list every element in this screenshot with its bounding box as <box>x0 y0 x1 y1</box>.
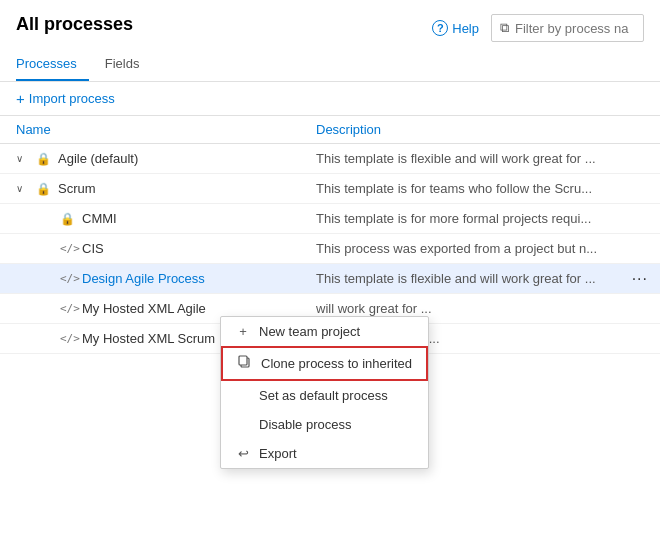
table-row: ∨ 🔒 Agile (default) This template is fle… <box>0 144 660 174</box>
table-row-design-agile[interactable]: </> Design Agile Process This template i… <box>0 264 660 294</box>
page-header: All processes ? Help ⧉ <box>0 0 660 42</box>
code-icon: </> <box>60 272 76 285</box>
page-title: All processes <box>16 14 133 35</box>
context-item-label: Clone process to inherited <box>261 356 412 371</box>
table-header: Name Description <box>0 116 660 144</box>
row-name: CMMI <box>82 211 117 226</box>
chevron-icon: ∨ <box>16 183 30 194</box>
tab-fields[interactable]: Fields <box>105 50 152 81</box>
help-link[interactable]: ? Help <box>432 20 479 36</box>
tabs-bar: Processes Fields <box>0 50 660 82</box>
row-name: Scrum <box>58 181 96 196</box>
row-name: Agile (default) <box>58 151 138 166</box>
row-left: ∨ 🔒 Agile (default) <box>16 151 316 166</box>
header-actions: ? Help ⧉ <box>432 14 644 42</box>
filter-icon: ⧉ <box>500 20 509 36</box>
svg-rect-1 <box>239 356 247 365</box>
import-process-button[interactable]: + Import process <box>16 90 115 107</box>
code-icon: </> <box>60 242 76 255</box>
lock-icon: 🔒 <box>36 182 52 196</box>
context-menu-item-clone-process[interactable]: Clone process to inherited <box>221 346 428 381</box>
row-description: This template is for teams who follow th… <box>316 181 644 196</box>
row-name: My Hosted XML Scrum <box>82 331 215 346</box>
plus-icon: + <box>235 324 251 339</box>
row-name: My Hosted XML Agile <box>82 301 206 316</box>
row-description: will work great for ... <box>316 301 644 316</box>
row-left: </> Design Agile Process <box>16 271 316 286</box>
context-menu-item-set-default[interactable]: Set as default process <box>221 381 428 410</box>
chevron-icon: ∨ <box>16 153 30 164</box>
context-item-label: Export <box>259 446 297 461</box>
tab-processes[interactable]: Processes <box>16 50 89 81</box>
row-left: 🔒 CMMI <box>16 211 316 226</box>
content-area: Name Description ∨ 🔒 Agile (default) Thi… <box>0 116 660 354</box>
context-menu-item-export[interactable]: ↩ Export <box>221 439 428 468</box>
help-label: Help <box>452 21 479 36</box>
filter-input[interactable] <box>515 21 635 36</box>
lock-icon: 🔒 <box>36 152 52 166</box>
row-left: </> CIS <box>16 241 316 256</box>
process-name-link[interactable]: Design Agile Process <box>82 271 205 286</box>
table-row: 🔒 CMMI This template is for more formal … <box>0 204 660 234</box>
context-item-label: New team project <box>259 324 360 339</box>
col-header-name: Name <box>16 122 316 137</box>
row-left: ∨ 🔒 Scrum <box>16 181 316 196</box>
context-menu-item-new-team-project[interactable]: + New team project <box>221 317 428 346</box>
export-icon: ↩ <box>235 446 251 461</box>
row-description: This template is for more formal project… <box>316 211 644 226</box>
context-menu-item-disable-process[interactable]: Disable process <box>221 410 428 439</box>
table-row: ∨ 🔒 Scrum This template is for teams who… <box>0 174 660 204</box>
lock-icon: 🔒 <box>60 212 76 226</box>
context-item-label: Disable process <box>259 417 352 432</box>
toolbar: + Import process <box>0 82 660 115</box>
context-menu: + New team project Clone process to inhe… <box>220 316 429 469</box>
code-icon: </> <box>60 332 76 345</box>
context-item-label: Set as default process <box>259 388 388 403</box>
row-description: This process was exported from a project… <box>316 241 644 256</box>
row-left: </> My Hosted XML Agile <box>16 301 316 316</box>
row-description: This template is flexible and will work … <box>316 271 644 286</box>
help-icon: ? <box>432 20 448 36</box>
row-context-menu-button[interactable]: ··· <box>628 270 652 288</box>
code-icon: </> <box>60 302 76 315</box>
table-row: </> CIS This process was exported from a… <box>0 234 660 264</box>
row-name: CIS <box>82 241 104 256</box>
filter-input-wrapper[interactable]: ⧉ <box>491 14 644 42</box>
col-header-description: Description <box>316 122 644 137</box>
import-label: Import process <box>29 91 115 106</box>
row-description: This template is flexible and will work … <box>316 151 644 166</box>
clone-icon <box>237 355 253 372</box>
plus-icon: + <box>16 90 25 107</box>
